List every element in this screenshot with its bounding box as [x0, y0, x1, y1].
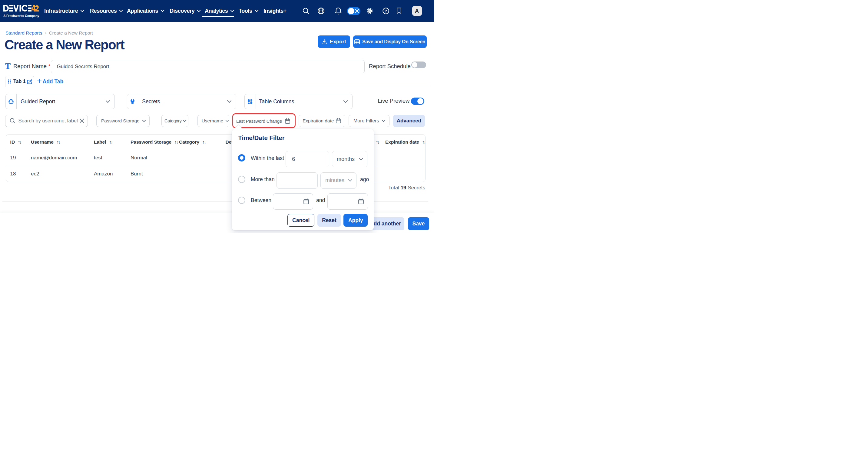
svg-text:?: ?	[384, 9, 387, 13]
